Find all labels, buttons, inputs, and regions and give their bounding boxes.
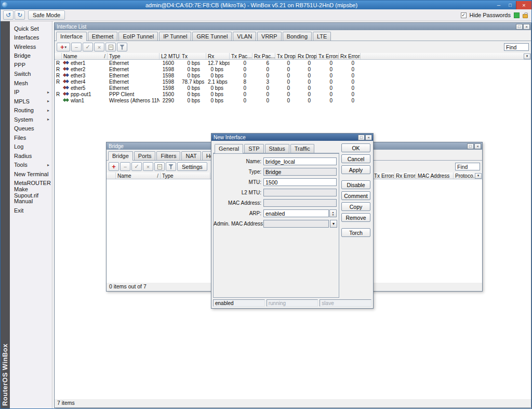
column-name[interactable]: Name/ (62, 53, 108, 59)
column-type[interactable]: Type (108, 53, 159, 59)
mtu-field[interactable] (263, 178, 337, 186)
app-titlebar[interactable]: admin@D4:CA:6D:7E:F8:CB (MikroTik) - Win… (1, 1, 531, 9)
tab-vlan[interactable]: VLAN (233, 32, 256, 41)
sidebar-item-wireless[interactable]: Wireless (10, 42, 52, 51)
arp-combobox[interactable]: enabled (263, 209, 329, 217)
tab-nat[interactable]: NAT (181, 151, 201, 160)
comment-button[interactable] (105, 43, 116, 51)
interface-row[interactable]: R ether1 Ethernet 1600 0 bps 12.7 kbps 0… (55, 60, 531, 66)
interface-row[interactable]: R ether2 Ethernet 1598 0 bps 0 bps 0 0 0… (55, 66, 531, 72)
filter-button[interactable] (117, 43, 127, 51)
interface-list-titlebar[interactable]: Interface List □ × (55, 23, 531, 30)
sidebar-item-ip[interactable]: IP▸ (10, 88, 52, 97)
find-box[interactable]: Find (455, 163, 480, 170)
bridge-close-button[interactable]: × (474, 143, 481, 149)
column-mac-address[interactable]: MAC Address (416, 173, 454, 179)
arp-spinner-button[interactable]: ▲▼ (329, 209, 337, 217)
interface-row[interactable]: R ether4 Ethernet 1598 78.7 kbps 2.1 kbp… (55, 78, 531, 85)
sidebar-item-radius[interactable]: Radius (10, 151, 52, 161)
filter-button[interactable] (166, 162, 176, 171)
interface-row[interactable]: R ether3 Ethernet 1598 0 bps 0 bps 0 0 0… (55, 72, 531, 78)
tab-ip-tunnel[interactable]: IP Tunnel (159, 32, 191, 41)
sidebar-item-tools[interactable]: Tools▸ (10, 161, 52, 170)
safe-mode-button[interactable]: Safe Mode (28, 10, 65, 20)
add-bridge-button[interactable]: + (109, 162, 119, 171)
column-name[interactable]: Name/ (116, 173, 161, 179)
sidebar-item-quick-set[interactable]: Quick Set (10, 24, 52, 33)
enable-interface-button[interactable]: ✓ (83, 43, 93, 51)
tab-interface[interactable]: Interface (56, 32, 87, 41)
sidebar-item-make-supout[interactable]: Make Supout.rif (10, 188, 52, 197)
add-interface-button[interactable]: +▾ (57, 43, 70, 51)
column-tx-packet[interactable]: Tx Pac... (230, 53, 252, 59)
tab-eoip-tunnel[interactable]: EoIP Tunnel (118, 32, 158, 41)
cancel-button[interactable]: Cancel (341, 154, 370, 163)
close-button[interactable]: × (516, 1, 531, 9)
torch-button[interactable]: Torch (341, 228, 370, 237)
maximize-button[interactable]: □ (504, 1, 516, 9)
column-rx[interactable]: Rx (206, 53, 230, 59)
disable-interface-button[interactable]: × (94, 43, 104, 51)
tab-lte[interactable]: LTE (313, 32, 331, 41)
comment-button[interactable] (154, 162, 165, 171)
column-tx[interactable]: Tx (180, 53, 206, 59)
find-box[interactable]: Find (504, 43, 529, 51)
column-flags[interactable] (107, 173, 116, 179)
column-l2mtu[interactable]: L2 MTU (159, 53, 180, 59)
undo-button[interactable]: ↺ (3, 10, 14, 20)
sidebar-item-queues[interactable]: Queues (10, 124, 52, 134)
sidebar-item-log[interactable]: Log (10, 142, 52, 152)
redo-button[interactable]: ↻ (15, 10, 25, 20)
column-flags[interactable] (55, 53, 62, 59)
column-chooser-button[interactable]: ▾ (475, 173, 482, 179)
sidebar-item-system[interactable]: System▸ (10, 115, 52, 124)
tab-bonding[interactable]: Bonding (283, 32, 312, 41)
ok-button[interactable]: OK (341, 143, 370, 152)
remove-button[interactable]: Remove (341, 213, 370, 222)
tab-bridge[interactable]: Bridge (108, 151, 133, 161)
column-chooser-button[interactable]: ▾ (524, 54, 530, 60)
interface-row[interactable]: R ppp-out1 PPP Client 1500 0 bps 0 bps 0… (55, 91, 531, 97)
sidebar-item-mesh[interactable]: Mesh (10, 78, 52, 88)
sidebar-item-exit[interactable]: Exit (10, 206, 52, 215)
admin-mac-dropdown-button[interactable]: ▼ (330, 220, 337, 228)
sidebar-item-interfaces[interactable]: Interfaces (10, 33, 52, 43)
minimize-button[interactable]: ─ (493, 1, 504, 9)
comment-button[interactable]: Comment (341, 191, 370, 200)
new-interface-restore-button[interactable]: □ (358, 135, 365, 140)
tab-gre-tunnel[interactable]: GRE Tunnel (192, 32, 232, 41)
column-rx-drops[interactable]: Rx Drops (296, 53, 317, 59)
column-type[interactable]: Type (161, 173, 210, 179)
column-tx-errors[interactable]: Tx Errors (317, 53, 339, 59)
disable-bridge-button[interactable]: × (143, 162, 153, 171)
tab-general[interactable]: General (215, 144, 243, 153)
column-rx-packet[interactable]: Rx Pac... (252, 53, 275, 59)
interface-row[interactable]: wlan1 Wireless (Atheros 11N) 2290 0 bps … (55, 97, 531, 103)
tab-stp[interactable]: STP (244, 144, 263, 153)
tab-traffic[interactable]: Traffic (290, 144, 314, 153)
tab-filters[interactable]: Filters (156, 151, 180, 160)
new-interface-titlebar[interactable]: New Interface □ × (211, 134, 373, 141)
apply-button[interactable]: Apply (341, 165, 370, 174)
sidebar-item-routing[interactable]: Routing▸ (10, 106, 52, 115)
tab-ports[interactable]: Ports (134, 151, 156, 160)
interface-list-restore-button[interactable]: □ (516, 24, 523, 30)
hide-passwords-checkbox[interactable]: ✓ (461, 12, 467, 18)
sidebar-item-mpls[interactable]: MPLS▸ (10, 97, 52, 106)
remove-interface-button[interactable]: − (71, 43, 82, 51)
new-interface-close-button[interactable]: × (365, 135, 372, 140)
interface-list-close-button[interactable]: × (523, 24, 530, 30)
column-tx-drops[interactable]: Tx Drops (275, 53, 296, 59)
column-tx-errors[interactable]: Tx Errors (373, 173, 394, 179)
sidebar-item-bridge[interactable]: Bridge (10, 51, 52, 61)
tab-status[interactable]: Status (265, 144, 289, 153)
enable-bridge-button[interactable]: ✓ (131, 162, 142, 171)
tab-ethernet[interactable]: Ethernet (88, 32, 118, 41)
remove-bridge-button[interactable]: − (120, 162, 130, 171)
name-field[interactable] (263, 157, 337, 165)
column-rx-errors[interactable]: Rx Errors (339, 53, 361, 59)
sidebar-item-files[interactable]: Files (10, 133, 52, 142)
column-rx-errors[interactable]: Rx Errors (394, 173, 416, 179)
tab-vrrp[interactable]: VRRP (257, 32, 282, 41)
bridge-settings-button[interactable]: Settings (177, 162, 207, 171)
